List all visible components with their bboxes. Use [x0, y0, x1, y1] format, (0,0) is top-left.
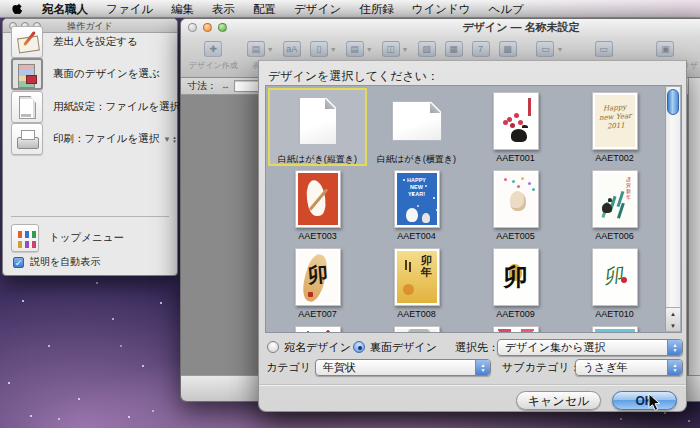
address-icon: ▯ — [310, 41, 328, 57]
chevron-down-icon: ▼ — [267, 46, 274, 53]
stepper-icon[interactable]: ▴▾ — [173, 135, 176, 143]
design-thumbnail — [592, 326, 638, 332]
design-type-row: 宛名デザイン 裏面デザイン 選択先： デザイン集から選択 ▲▼ — [259, 338, 686, 356]
screen: 宛名職人ファイル編集表示配置デザイン住所録ウインドウヘルプ 操作ガイド 差出人を… — [0, 0, 700, 428]
chevron-down-icon: ▼ — [402, 46, 409, 53]
dialog-separator — [259, 384, 686, 385]
design-thumbnail — [295, 170, 341, 228]
mask-icon: ▭ — [536, 41, 554, 57]
design-item[interactable]: 卯年AAET008 — [367, 244, 466, 322]
design-item-partial[interactable] — [367, 322, 466, 332]
category-dropdown[interactable]: 年賀状 ▲▼ — [315, 359, 491, 376]
design-thumbnail: HAPPY NEW YEAR! — [394, 170, 440, 228]
design-item[interactable]: HAPPY NEW YEAR!AAET004 — [367, 166, 466, 244]
design-thumbnail — [394, 326, 440, 332]
canvas-right-edge — [688, 78, 700, 375]
image-browser-icon: ▣ — [656, 41, 674, 57]
radio-address-design[interactable]: 宛名デザイン — [267, 340, 351, 355]
design-label: AAET009 — [466, 309, 565, 319]
radio-icon — [353, 341, 365, 353]
design-item[interactable]: AAET001 — [466, 88, 565, 166]
radio-back-design[interactable]: 裏面デザイン — [353, 340, 437, 355]
design-thumbnail: 卯 — [295, 248, 341, 306]
menu-item[interactable]: 住所録 — [350, 3, 403, 15]
menu-item[interactable]: 表示 — [203, 3, 244, 15]
menu-bar: 宛名職人ファイル編集表示配置デザイン住所録ウインドウヘルプ — [0, 0, 700, 18]
menu-items: 宛名職人ファイル編集表示配置デザイン住所録ウインドウヘルプ — [33, 0, 533, 18]
design-thumbnail — [493, 170, 539, 228]
minimize-button[interactable] — [203, 23, 212, 32]
palette-item-top-menu[interactable]: トップメニュー — [11, 221, 173, 255]
chevron-down-icon: ▼ — [556, 46, 563, 53]
design-thumbnail — [295, 326, 341, 332]
chevron-down-icon: ▼ — [366, 46, 373, 53]
design-label: AAET004 — [367, 231, 466, 241]
disclosure-triangle-icon[interactable]: ▼ — [163, 135, 171, 144]
design-item-partial[interactable] — [466, 322, 565, 332]
design-thumbnail: 卯 — [592, 248, 638, 306]
apple-menu[interactable] — [0, 2, 33, 15]
design-thumbnail: 謹賀新年 — [592, 170, 638, 228]
design-item[interactable]: 卯AAET007 — [268, 244, 367, 322]
scrollbar-arrows: ▲ ▼ — [666, 307, 680, 331]
design-item-partial[interactable] — [268, 322, 367, 332]
design-item-partial[interactable] — [565, 322, 664, 332]
menu-item[interactable]: ウインドウ — [403, 3, 480, 15]
design-item[interactable]: 卯AAET010 — [565, 244, 664, 322]
design-thumbnail — [493, 326, 539, 332]
dropdown-stepper-icon: ▲▼ — [475, 360, 490, 375]
dialog-prompt: デザインを選択してください： — [268, 68, 439, 85]
subcategory-label: サブカテゴリ： — [502, 360, 581, 375]
zoom-button[interactable] — [218, 23, 227, 32]
design-item[interactable]: AAET005 — [466, 166, 565, 244]
toolbar-button[interactable]: ✚デザイン作成 — [189, 40, 238, 71]
design-item[interactable]: 白紙はがき(横置き) — [367, 88, 466, 166]
palette-item-choose-design[interactable]: 裏面のデザインを選ぶ — [11, 57, 173, 91]
design-item[interactable]: 白紙はがき(縦置き) — [268, 88, 367, 166]
unmask-icon: ▭ — [595, 41, 613, 57]
ok-button[interactable]: OK — [612, 391, 677, 410]
design-grid: 白紙はがき(縦置き)白紙はがき(横置き)AAET001Happy new Yea… — [265, 85, 682, 333]
design-label: AAET003 — [268, 231, 367, 241]
palette-item-print[interactable]: 印刷：ファイルを選択 ▴▾ ▼ — [11, 122, 173, 156]
category-value: 年賀状 — [323, 361, 356, 373]
palette-item-set-sender[interactable]: 差出人を設定する — [11, 25, 173, 59]
source-dropdown[interactable]: デザイン集から選択 ▲▼ — [497, 339, 683, 356]
field-icon: ▩ — [499, 41, 517, 57]
window-title-bar[interactable]: デザイン — 名称未設定 — [181, 19, 700, 36]
image-icon: ▨ — [418, 41, 436, 57]
dropdown-stepper-icon: ▲▼ — [667, 360, 682, 375]
scroll-down-icon[interactable]: ▼ — [666, 320, 680, 332]
sender-icon — [11, 26, 43, 58]
subcategory-dropdown[interactable]: うさぎ年 ▲▼ — [575, 359, 683, 376]
qr-icon: ▦ — [445, 41, 463, 57]
design-item[interactable]: Happy new Year 2011AAET002 — [565, 88, 664, 166]
design-label: AAET001 — [466, 153, 565, 163]
design-item[interactable]: 卯AAET009 — [466, 244, 565, 322]
cancel-button[interactable]: キャンセル — [516, 391, 601, 410]
apple-logo-icon — [12, 2, 23, 15]
blank-postcard-thumbnail — [392, 101, 442, 141]
menu-item[interactable]: ヘルプ — [480, 3, 533, 15]
close-button[interactable] — [188, 23, 197, 32]
menu-item[interactable]: 宛名職人 — [33, 3, 97, 15]
design-label: AAET006 — [565, 231, 664, 241]
design-thumbnail: 卯 — [493, 248, 539, 306]
design-item[interactable]: AAET003 — [268, 166, 367, 244]
scrollbar-thumb[interactable] — [667, 89, 679, 115]
menu-item[interactable]: 配置 — [244, 3, 285, 15]
menu-item[interactable]: 編集 — [162, 3, 203, 15]
vertical-scrollbar[interactable]: ▲ ▼ — [665, 87, 680, 331]
design-chooser-dialog: デザインを選択してください： 白紙はがき(縦置き)白紙はがき(横置き)AAET0… — [258, 60, 687, 412]
design-label: 白紙はがき(横置き) — [367, 153, 466, 166]
menu-item[interactable]: デザイン — [285, 3, 350, 15]
auto-show-help-row: ✓ 説明を自動表示 — [13, 255, 100, 269]
design-label: 白紙はがき(縦置き) — [268, 153, 367, 166]
menu-item[interactable]: ファイル — [97, 3, 162, 15]
design-item[interactable]: 謹賀新年AAET006 — [565, 166, 664, 244]
auto-show-checkbox[interactable]: ✓ — [13, 257, 24, 268]
palette-item-paper-setting[interactable]: 用紙設定：ファイルを選択 ▴▾ — [11, 90, 173, 124]
scroll-up-icon[interactable]: ▲ — [666, 308, 680, 320]
text-icon: aA — [283, 41, 301, 57]
window-controls — [188, 23, 227, 32]
